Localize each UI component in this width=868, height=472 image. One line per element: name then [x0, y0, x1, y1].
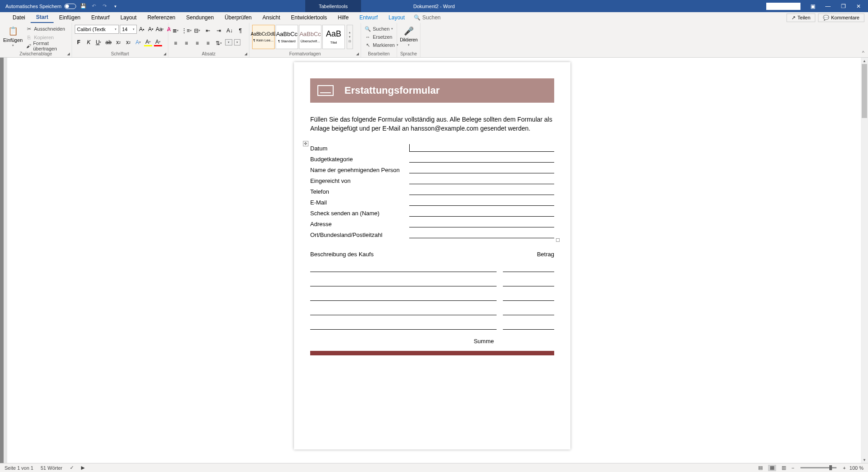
purchase-desc-line[interactable] [310, 278, 497, 286]
macro-icon[interactable]: ▶ [81, 465, 85, 471]
tab-datei[interactable]: Datei [7, 13, 31, 23]
tab-einfuegen[interactable]: Einfügen [54, 13, 86, 23]
share-button[interactable]: ↗Teilen [787, 14, 815, 22]
field-input-line[interactable] [409, 184, 554, 184]
style-title[interactable]: AaBTitel [322, 25, 345, 49]
align-right-button[interactable]: ≡ [193, 39, 202, 47]
field-input-line[interactable] [409, 205, 554, 206]
tab-ansicht[interactable]: Ansicht [257, 13, 285, 23]
replace-button[interactable]: ↔Ersetzen [364, 33, 399, 41]
borders-button[interactable]: ▾ [234, 39, 240, 45]
tab-ctx-layout[interactable]: Layout [383, 13, 410, 23]
autosave-toggle[interactable]: Automatisches Speichern [5, 4, 76, 9]
field-input-line[interactable] [409, 173, 554, 173]
text-effects-button[interactable]: A▾ [134, 38, 142, 46]
font-size-select[interactable]: 14▾ [120, 25, 137, 34]
subscript-button[interactable]: x2 [114, 38, 122, 46]
tell-me-search[interactable]: 🔍Suchen [410, 14, 444, 21]
line-spacing-button[interactable]: ⇅▾ [214, 39, 223, 47]
align-left-button[interactable]: ≡ [171, 39, 180, 47]
tab-sendungen[interactable]: Sendungen [181, 13, 219, 23]
decrease-indent-button[interactable]: ⇤ [203, 27, 212, 35]
zoom-out-button[interactable]: − [791, 465, 794, 471]
purchase-amount-line[interactable] [503, 307, 554, 315]
close-icon[interactable]: ✕ [852, 1, 865, 11]
comments-button[interactable]: 💬Kommentare [818, 14, 864, 22]
italic-button[interactable]: K [85, 38, 93, 46]
zoom-in-button[interactable]: + [843, 465, 845, 471]
read-mode-icon[interactable]: ▤ [756, 465, 764, 471]
tab-referenzen[interactable]: Referenzen [142, 13, 181, 23]
vertical-ruler[interactable] [4, 58, 7, 463]
vertical-scrollbar[interactable]: ▲ ▼ [861, 58, 868, 463]
tab-hilfe[interactable]: Hilfe [332, 13, 354, 23]
doc-instructions[interactable]: Füllen Sie das folgende Formular vollstä… [310, 115, 554, 133]
select-button[interactable]: ↖Markieren▾ [364, 41, 399, 49]
scroll-down-icon[interactable]: ▼ [861, 457, 868, 463]
dictate-button[interactable]: 🎤 Diktieren ▾ [400, 25, 418, 48]
style-heading[interactable]: AaBbCcÜberschrif... [299, 25, 321, 49]
tab-ctx-entwurf[interactable]: Entwurf [354, 13, 383, 23]
change-case-icon[interactable]: Aa▾ [156, 25, 164, 33]
scroll-up-icon[interactable]: ▲ [861, 58, 868, 64]
ribbon-display-icon[interactable]: ▣ [806, 1, 819, 11]
show-marks-button[interactable]: ¶ [236, 27, 245, 35]
word-count[interactable]: 51 Wörter [41, 465, 62, 471]
strikethrough-button[interactable]: ab [104, 38, 113, 46]
field-input-line[interactable] [409, 144, 554, 152]
save-icon[interactable]: 💾 [80, 3, 87, 10]
purchase-desc-line[interactable] [310, 322, 497, 330]
multilevel-button[interactable]: ⊟▾ [193, 27, 202, 35]
align-center-button[interactable]: ≡ [182, 39, 191, 47]
collapse-ribbon-icon[interactable]: ^ [859, 48, 868, 57]
tab-entwurf[interactable]: Entwurf [86, 13, 115, 23]
highlight-button[interactable]: A▾ [144, 38, 152, 46]
purchase-desc-line[interactable] [310, 264, 497, 272]
shading-button[interactable]: ▾ [225, 39, 232, 45]
tab-layout[interactable]: Layout [115, 13, 142, 23]
scrollbar-thumb[interactable] [862, 64, 867, 118]
numbering-button[interactable]: ⋮≡▾ [182, 27, 191, 35]
tab-start[interactable]: Start [31, 12, 54, 23]
field-input-line[interactable] [409, 216, 554, 217]
table-tools-tab[interactable]: Tabellentools [305, 0, 361, 12]
qat-customize-icon[interactable]: ▾ [112, 3, 119, 10]
styles-more-button[interactable]: ▴▾⊟ [347, 25, 353, 49]
table-resize-handle-icon[interactable] [556, 238, 560, 242]
font-name-select[interactable]: Calibri (Textk▾ [75, 25, 119, 34]
tab-ueberpruefen[interactable]: Überprüfen [219, 13, 257, 23]
document-page[interactable]: Erstattungsformular Füllen Sie das folge… [294, 62, 570, 449]
field-input-line[interactable] [409, 162, 554, 163]
find-button[interactable]: 🔍Suchen▾ [364, 25, 399, 33]
field-input-line[interactable] [409, 227, 554, 227]
print-layout-icon[interactable]: ▦ [768, 465, 776, 471]
bold-button[interactable]: F [75, 38, 83, 46]
cut-button[interactable]: ✂Ausschneiden [25, 25, 69, 33]
grow-font-icon[interactable]: A▴ [138, 25, 146, 33]
maximize-icon[interactable]: ❐ [836, 1, 850, 11]
purchase-amount-line[interactable] [503, 293, 554, 301]
style-no-spacing[interactable]: AaBbCcDdE¶ Kein Lee... [252, 25, 275, 49]
tab-entwicklertools[interactable]: Entwicklertools [285, 13, 332, 23]
purchase-amount-line[interactable] [503, 278, 554, 286]
page-indicator[interactable]: Seite 1 von 1 [5, 465, 33, 471]
shrink-font-icon[interactable]: A▾ [147, 25, 155, 33]
style-standard[interactable]: AaBbCc¶ Standard [276, 25, 298, 49]
paste-button[interactable]: 📋 Einfügen ▾ [3, 25, 23, 48]
dialog-launcher-icon[interactable]: ◢ [356, 52, 359, 56]
justify-button[interactable]: ≡ [203, 39, 212, 47]
redo-icon[interactable]: ↷ [101, 3, 108, 10]
purchase-desc-line[interactable] [310, 307, 497, 315]
web-layout-icon[interactable]: ▥ [780, 465, 788, 471]
dialog-launcher-icon[interactable]: ◢ [244, 52, 247, 56]
sort-button[interactable]: A↓ [225, 27, 234, 35]
undo-icon[interactable]: ↶ [90, 3, 98, 10]
field-input-line[interactable] [409, 238, 554, 238]
table-move-handle-icon[interactable]: ✥ [303, 141, 308, 146]
increase-indent-button[interactable]: ⇥ [214, 27, 223, 35]
zoom-level[interactable]: 100 % [850, 465, 863, 471]
toggle-switch-icon[interactable] [64, 4, 76, 9]
dialog-launcher-icon[interactable]: ◢ [67, 52, 70, 56]
field-input-line[interactable] [409, 195, 554, 195]
proofing-icon[interactable]: ✓ [70, 465, 74, 471]
